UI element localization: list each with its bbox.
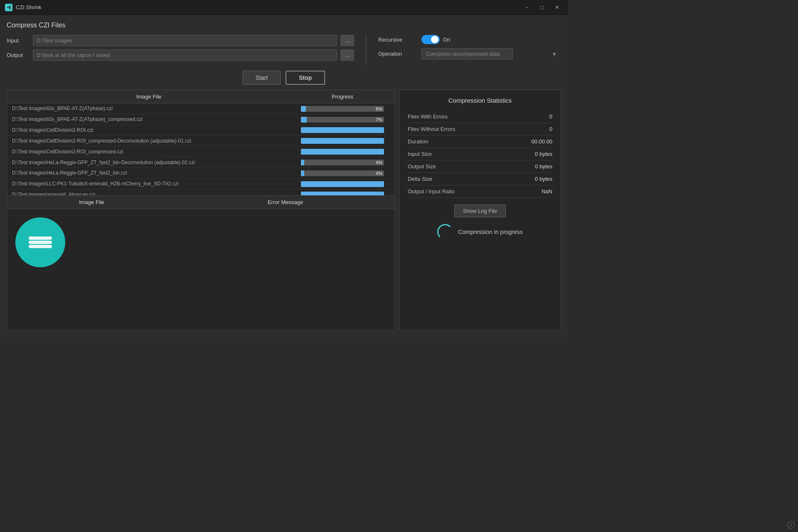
stat-row: Files With Errors0 — [408, 111, 552, 123]
stat-row: Output Size0 bytes — [408, 160, 552, 173]
stat-label: Files Without Errors — [408, 126, 455, 132]
maximize-button[interactable]: □ — [536, 3, 548, 12]
spinner-icon — [437, 224, 453, 240]
stat-label: Files With Errors — [408, 113, 448, 120]
input-browse-button[interactable]: ... — [340, 35, 354, 46]
file-cell: D:\Test images\CellDivision2-ROI.czi — [7, 125, 291, 135]
progress-cell: 4% — [291, 157, 394, 168]
stats-rows: Files With Errors0Files Without Errors0D… — [408, 111, 552, 198]
table-row: D:\Test images\HeLa-Reggie-GFP_ZT_fast2_… — [7, 157, 394, 168]
error-table-wrapper: Image File Error Message — [7, 195, 394, 209]
app-logo — [15, 217, 65, 267]
progress-cell — [291, 189, 394, 195]
file-cell: D:\Test images\63x_BPAE-AT-Z(ATphase).cz… — [7, 103, 291, 114]
stat-label: Input Size — [408, 151, 432, 157]
table-row: D:\Test images\HeLa-Reggie-GFP_ZT_fast2_… — [7, 167, 394, 178]
progress-table: Image File Progress D:\Test images\63x_B… — [7, 90, 394, 195]
table-row: D:\Test images\CellDivision2-ROI_compres… — [7, 135, 394, 146]
table-row: D:\Test images\63x_BPAE-AT-Z(ATphase)_co… — [7, 114, 394, 125]
table-row: D:\Test images\63x_BPAE-AT-Z(ATphase).cz… — [7, 103, 394, 114]
stat-value: 0 — [549, 126, 552, 132]
toggle-container: On — [421, 35, 450, 44]
left-panel: Image File Progress D:\Test images\63x_B… — [7, 90, 395, 331]
progress-cell — [291, 178, 394, 189]
recursive-label: Recursive — [378, 37, 416, 43]
select-arrow-icon: ▼ — [552, 51, 557, 57]
logo-svg — [26, 234, 54, 251]
svg-rect-0 — [29, 236, 52, 240]
input-field[interactable] — [33, 35, 337, 46]
table-row: D:\Test images\LLC-PK1-TubulinX-emerald_… — [7, 178, 394, 189]
stat-row: Duration00:00.00 — [408, 135, 552, 148]
app-icon: ⊲| — [5, 4, 12, 11]
stat-value: 0 bytes — [535, 163, 552, 170]
app-title: CZI Shrink — [16, 4, 41, 10]
right-panel: Compression Statistics Files With Errors… — [399, 90, 561, 331]
stat-label: Output / Input Ratio — [408, 188, 455, 195]
io-section: Input ... Output ... Recursive On — [7, 35, 561, 64]
table-row: D:\Test images\organoid_Airyscan.czi — [7, 189, 394, 195]
file-cell: D:\Test images\CellDivision2-ROI_compres… — [7, 146, 291, 157]
stat-row: Files Without Errors0 — [408, 123, 552, 135]
status-text: Compression in progress — [458, 229, 523, 235]
output-field[interactable] — [33, 49, 337, 61]
progress-cell: 4% — [291, 167, 394, 178]
file-cell: D:\Test images\LLC-PK1-TubulinX-emerald_… — [7, 178, 291, 189]
action-area: Start Stop — [7, 71, 561, 85]
file-cell: D:\Test images\organoid_Airyscan.czi — [7, 189, 291, 195]
file-cell: D:\Test images\HeLa-Reggie-GFP_ZT_fast2_… — [7, 167, 291, 178]
svg-rect-2 — [29, 245, 52, 248]
stat-value: NaN — [542, 188, 552, 195]
operation-select-wrapper: Compress uncompressed data Decompress da… — [421, 48, 561, 59]
operation-label: Operation — [378, 51, 416, 57]
start-button[interactable]: Start — [243, 71, 281, 85]
output-label: Output — [7, 52, 30, 58]
progress-table-area[interactable]: Image File Progress D:\Test images\63x_B… — [7, 90, 394, 195]
bottom-section: Image File Progress D:\Test images\63x_B… — [7, 90, 561, 331]
file-cell: D:\Test images\CellDivision2-ROI_compres… — [7, 135, 291, 146]
stat-value: 00:00.00 — [531, 138, 552, 145]
file-cell: D:\Test images\HeLa-Reggie-GFP_ZT_fast2_… — [7, 157, 291, 168]
col-progress: Progress — [291, 90, 394, 103]
stat-value: 0 bytes — [535, 176, 552, 182]
stat-value: 0 — [549, 113, 552, 120]
stat-row: Output / Input RatioNaN — [408, 185, 552, 198]
stat-label: Output Size — [408, 163, 436, 170]
recursive-toggle[interactable] — [421, 35, 440, 44]
operation-select[interactable]: Compress uncompressed data Decompress da… — [421, 48, 513, 59]
stat-row: Input Size0 bytes — [408, 148, 552, 160]
compression-status: Compression in progress — [408, 224, 552, 240]
output-row: Output ... — [7, 49, 354, 61]
operation-row: Operation Compress uncompressed data Dec… — [378, 48, 561, 59]
file-cell: D:\Test images\63x_BPAE-AT-Z(ATphase)_co… — [7, 114, 291, 125]
col-image-file: Image File — [7, 90, 291, 103]
main-content: Compress CZI Files Input ... Output ... … — [0, 15, 568, 337]
minimize-button[interactable]: − — [521, 3, 533, 12]
progress-cell: 6% — [291, 103, 394, 114]
error-col-msg: Error Message — [176, 196, 394, 209]
stat-row: Delta Size0 bytes — [408, 173, 552, 185]
title-bar-controls: − □ ✕ — [521, 3, 563, 12]
io-fields: Input ... Output ... — [7, 35, 354, 64]
page-title: Compress CZI Files — [7, 22, 561, 29]
recursive-row: Recursive On — [378, 35, 561, 44]
table-row: D:\Test images\CellDivision2-ROI_compres… — [7, 146, 394, 157]
close-button[interactable]: ✕ — [551, 3, 563, 12]
table-row: D:\Test images\CellDivision2-ROI.czi — [7, 125, 394, 135]
error-col-file: Image File — [7, 196, 176, 209]
input-label: Input — [7, 37, 30, 44]
toggle-text: On — [443, 37, 450, 43]
output-browse-button[interactable]: ... — [340, 49, 354, 61]
options-section: Recursive On Operation Compress uncompre… — [378, 35, 561, 59]
progress-cell — [291, 125, 394, 135]
stats-title: Compression Statistics — [408, 97, 552, 104]
title-bar: ⊲| CZI Shrink − □ ✕ — [0, 0, 568, 15]
input-row: Input ... — [7, 35, 354, 46]
progress-cell: 7% — [291, 114, 394, 125]
logo-area — [7, 209, 394, 331]
stat-label: Duration — [408, 138, 428, 145]
stop-button[interactable]: Stop — [286, 71, 325, 85]
error-table: Image File Error Message — [7, 196, 394, 209]
show-log-button[interactable]: Show Log File — [454, 204, 506, 217]
toggle-knob — [431, 36, 438, 43]
